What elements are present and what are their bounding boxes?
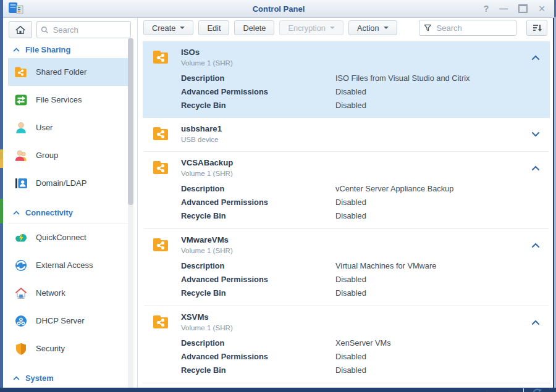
delete-button[interactable]: Delete: [234, 20, 274, 35]
folder-row-isos[interactable]: ISOs Volume 1 (SHR) Description ISO File…: [143, 41, 550, 118]
shared-folder-icon: [151, 235, 170, 254]
caret-down-icon: [180, 27, 185, 29]
sidebar-item-label: Security: [36, 344, 65, 353]
detail-value: Disabled: [335, 101, 366, 110]
folder-location: USB device: [181, 135, 222, 143]
encryption-button-label: Encryption: [288, 23, 325, 33]
folder-row-xsvms[interactable]: XSVMs Volume 1 (SHR) Description XenServ…: [143, 306, 550, 383]
sidebar-section-label: File Sharing: [25, 45, 70, 54]
folder-location: Volume 1 (SHR): [181, 169, 233, 177]
title-bar[interactable]: Control Panel ? — ✕: [3, 0, 554, 18]
sidebar-item-label: Domain/LDAP: [36, 178, 86, 188]
help-button[interactable]: ?: [484, 4, 489, 13]
group-icon: [14, 148, 28, 162]
home-icon: [15, 25, 26, 35]
quickconnect-icon: [14, 230, 28, 244]
folder-location: Volume 1 (SHR): [181, 59, 233, 67]
sidebar-section-system[interactable]: System: [8, 367, 130, 388]
folder-detail-row: Recycle Bin Disabled: [181, 209, 550, 222]
sidebar-section-file-sharing[interactable]: File Sharing: [8, 41, 130, 58]
sidebar-item-label: DHCP Server: [36, 316, 85, 325]
sidebar-item-label: Group: [36, 151, 58, 160]
file-services-icon: [14, 93, 28, 107]
detail-label: Description: [181, 338, 335, 348]
folder-row-vmwarevms[interactable]: VMwareVMs Volume 1 (SHR) Description Vir…: [143, 229, 550, 306]
maximize-button[interactable]: [518, 4, 528, 13]
network-icon: [14, 286, 28, 300]
detail-value: ISO Files from Visual Studio and Citrix: [335, 73, 470, 83]
detail-label: Recycle Bin: [181, 101, 335, 110]
create-button[interactable]: Create: [143, 20, 193, 35]
sidebar-scrollbar-thumb[interactable]: [128, 38, 133, 205]
sidebar-item-shared-folder[interactable]: Shared Folder: [8, 58, 130, 86]
sidebar-item-domain-ldap[interactable]: Domain/LDAP: [8, 169, 130, 197]
edit-button-label: Edit: [207, 23, 221, 33]
detail-value: Virtual Machines for VMware: [335, 261, 436, 270]
detail-label: Description: [181, 184, 335, 193]
main-content: Create Edit Delete Encryption Action: [138, 18, 553, 388]
close-button[interactable]: ✕: [538, 4, 545, 13]
action-button[interactable]: Action: [348, 20, 397, 35]
sidebar-section-label: Connectivity: [25, 208, 73, 217]
shared-folder-icon: [151, 312, 170, 331]
sidebar-item-user[interactable]: User: [8, 114, 130, 141]
shared-folder-icon: [151, 48, 170, 66]
sidebar-item-file-services[interactable]: File Services: [8, 86, 130, 114]
sidebar-item-external-access[interactable]: External Access: [8, 251, 130, 279]
sidebar-item-dhcp-server[interactable]: DHCP Server: [8, 307, 130, 335]
detail-label: Advanced Permissions: [181, 198, 335, 207]
toolbar: Create Edit Delete Encryption Action: [138, 18, 553, 38]
refresh-icon: [533, 388, 542, 392]
chevron-up-icon: [13, 211, 20, 215]
shared-folder-icon: [151, 124, 170, 143]
action-button-label: Action: [357, 23, 379, 33]
home-button[interactable]: [9, 21, 32, 38]
folder-location: Volume 1 (SHR): [181, 246, 233, 254]
folder-name: ISOs: [181, 48, 233, 57]
sort-descending-icon: [532, 23, 542, 33]
encryption-button: Encryption: [279, 20, 343, 35]
control-panel-window: Control Panel ? — ✕: [3, 0, 554, 388]
filter-search-input[interactable]: [436, 23, 512, 33]
detail-value: XenServer VMs: [335, 338, 391, 348]
detail-label: Description: [181, 261, 335, 270]
security-shield-icon: [14, 341, 28, 356]
user-icon: [14, 120, 28, 135]
sidebar-search-box[interactable]: [36, 21, 131, 38]
shared-folder-icon: [151, 158, 170, 177]
collapse-chevron-up-icon[interactable]: [531, 162, 540, 173]
refresh-button[interactable]: [531, 386, 544, 392]
sidebar-search-input[interactable]: [52, 25, 127, 35]
folder-row-usbshare1[interactable]: usbshare1 USB device: [143, 118, 550, 151]
folder-row-vcsabackup[interactable]: VCSABackup Volume 1 (SHR) Description vC…: [143, 152, 550, 228]
caret-down-icon: [384, 27, 389, 29]
folder-detail-row: Recycle Bin Disabled: [181, 286, 550, 299]
sidebar: File Sharing: [3, 18, 138, 388]
collapse-chevron-up-icon[interactable]: [531, 240, 540, 251]
sidebar-item-security[interactable]: Security: [8, 335, 130, 362]
shared-folder-icon: [14, 65, 28, 79]
expand-chevron-down-icon[interactable]: [531, 128, 540, 140]
folder-detail-row: Recycle Bin Disabled: [181, 363, 550, 377]
detail-value: vCenter Server Appliance Backup: [335, 184, 453, 193]
sidebar-item-label: External Access: [36, 261, 93, 270]
sidebar-item-network[interactable]: Network: [8, 279, 130, 307]
external-access-icon: [14, 258, 28, 272]
collapse-chevron-up-icon[interactable]: [531, 52, 540, 63]
magnifier-icon: [41, 25, 49, 35]
sidebar-item-label: Shared Folder: [36, 67, 86, 77]
sidebar-item-quickconnect[interactable]: QuickConnect: [8, 223, 130, 251]
chevron-up-icon: [13, 376, 20, 380]
sidebar-section-connectivity[interactable]: Connectivity: [8, 202, 130, 223]
collapse-chevron-up-icon[interactable]: [531, 317, 540, 328]
filter-search-box[interactable]: [419, 20, 516, 36]
detail-value: Disabled: [335, 87, 366, 96]
dhcp-server-icon: [14, 314, 28, 328]
folder-detail-row: Advanced Permissions Disabled: [181, 272, 550, 286]
edit-button[interactable]: Edit: [198, 20, 229, 35]
sort-button[interactable]: [526, 20, 547, 36]
minimize-button[interactable]: —: [499, 4, 508, 13]
sidebar-item-group[interactable]: Group: [8, 141, 130, 169]
detail-label: Advanced Permissions: [181, 352, 335, 361]
folder-detail-row: Description XenServer VMs: [181, 336, 550, 349]
